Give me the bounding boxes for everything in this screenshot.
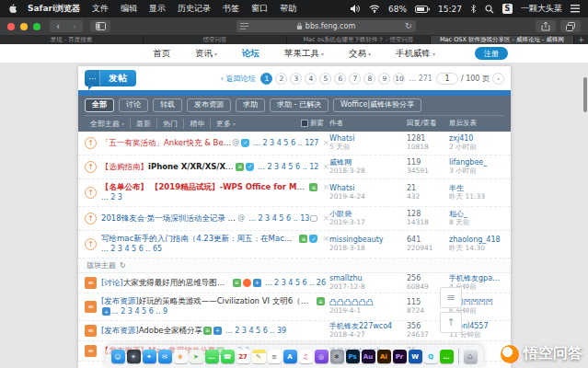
page-button[interactable]: 5 (319, 73, 331, 85)
dock-icon-itunes[interactable]: ♫ (299, 350, 313, 363)
filter-tab[interactable]: 全部 (85, 98, 114, 112)
last-poster-link[interactable]: zxj410 (449, 134, 504, 144)
post-menu-dots[interactable]: ⋯ (85, 70, 100, 86)
page-button[interactable]: 3 (290, 73, 302, 85)
back-button[interactable]: ‹ (50, 20, 66, 32)
sort-link[interactable]: 最新 (131, 119, 157, 129)
menu-clock[interactable]: 15:27 (438, 5, 462, 14)
filter-tab[interactable]: 发布资源 (187, 98, 231, 112)
new-window-checkbox[interactable]: 新窗 (301, 119, 324, 128)
page-button[interactable]: 1 (260, 73, 272, 85)
browser-tab[interactable]: Mac OSX 软件游戏分享区 - 威锋论坛 - 威锋网 (431, 35, 574, 44)
nav-item-首页[interactable]: 首页 (153, 48, 170, 60)
dock-icon-trash[interactable]: ♺ (464, 350, 478, 363)
nav-item-交易[interactable]: 交易▾ (349, 48, 371, 60)
back-to-top-widget[interactable]: ↑ (440, 312, 462, 333)
reload-icon[interactable]: ↻ (405, 21, 412, 30)
dock-icon-notes[interactable]: ✎ (252, 350, 266, 363)
filter-tab[interactable]: 求助 - 已解决 (270, 98, 329, 112)
notification-center-icon[interactable] (571, 5, 580, 13)
filter-tab[interactable]: 求助 (236, 98, 265, 112)
dock-icon-podcasts[interactable]: ◎ (315, 350, 329, 363)
dock-icon-facetime[interactable]: ☎ (221, 350, 235, 363)
dock-icon-finder[interactable]: ☺ (111, 350, 125, 363)
menu-item[interactable]: 文件 (92, 3, 109, 15)
close-icon[interactable]: × (318, 213, 329, 224)
thread-title-link[interactable]: 【选购指南】iPhone X/XR/XS/XS Max怎么选？看完你就知道了 (101, 162, 235, 172)
dock-icon-wechat[interactable]: … (440, 350, 454, 363)
menu-item[interactable]: Safari浏览器 (28, 3, 80, 15)
thread-page-links[interactable]: ... 2 3 4 5 6 .. 127 (253, 138, 318, 148)
author-link[interactable]: 威锋网 (329, 158, 407, 167)
dock-icon-messages[interactable]: … (205, 350, 219, 363)
close-icon[interactable]: × (318, 234, 329, 244)
dock-icon-audition[interactable]: Au (362, 350, 375, 363)
thread-title-link[interactable]: [发布资源]好玩的策略类游戏——Civilization VI 文明6（风云变幻… (101, 296, 316, 306)
refresh-icon[interactable]: ↻ (120, 261, 126, 270)
dock-icon-photoshop[interactable]: Ps (346, 350, 360, 363)
last-poster-link[interactable]: 半生 (449, 184, 504, 193)
sort-link[interactable]: 热门 (157, 119, 184, 129)
volume-icon[interactable] (351, 5, 361, 13)
dock-icon-safari[interactable]: ✦ (143, 350, 156, 363)
dock-icon-word[interactable]: W (409, 350, 422, 363)
thread-page-links[interactable]: ... 2 3 4 5 6 .. 65 (101, 244, 162, 254)
dock-icon-app-store[interactable]: A (283, 350, 297, 363)
forward-button[interactable]: › (66, 20, 83, 32)
filter-tab[interactable]: 讨论 (119, 98, 148, 112)
sort-link[interactable]: 精华 (184, 119, 211, 129)
zoom-window-button[interactable] (33, 23, 40, 30)
thread-page-links[interactable]: ... 2 3 4 5 6 .. 12 (258, 162, 318, 172)
last-poster-link[interactable]: 手机锋友gpa7mb5 (449, 274, 504, 283)
dock-icon-launchpad[interactable]: ✦ (127, 350, 141, 363)
thread-page-links[interactable]: ... 2 3 4 5 6 .. 13 (248, 213, 309, 224)
thread-page-links[interactable]: ... 2 3 (101, 192, 122, 202)
address-bar[interactable]: bbs.feng.com ↻ (236, 20, 416, 32)
author-link[interactable]: smallzhu (329, 274, 407, 283)
author-link[interactable]: missingbeauty (329, 236, 407, 245)
thread-page-links[interactable]: ... 2 3 4 5 6 .. 26 (265, 278, 326, 288)
filter-tab[interactable]: Woffice|威锋体验分享 (333, 98, 421, 112)
nav-item-苹果工具[interactable]: 苹果工具▾ (284, 48, 324, 60)
new-tab-button[interactable]: + (574, 35, 588, 44)
nav-item-手机威锋[interactable]: 手机威锋▾ (396, 48, 435, 60)
menu-item[interactable]: 书签 (223, 3, 239, 15)
tab-overview-button[interactable] (560, 20, 581, 32)
dock-icon-calendar[interactable]: 27 (236, 350, 250, 363)
dock-icon-premiere[interactable]: Pr (393, 350, 407, 363)
minimize-window-button[interactable] (20, 23, 28, 30)
dock-icon-mail[interactable]: ✉ (158, 350, 172, 363)
close-icon[interactable]: × (318, 162, 329, 172)
new-post-button[interactable]: ⋯ 发帖 (85, 70, 136, 86)
feedback-widget[interactable]: ≡ (440, 287, 462, 308)
search-icon[interactable] (485, 5, 494, 14)
sort-link[interactable]: 更多▾ (211, 119, 241, 129)
close-icon[interactable]: × (318, 182, 329, 192)
nav-item-论坛[interactable]: 论坛 (242, 48, 259, 60)
last-poster-link[interactable]: lifangbee_ (449, 158, 504, 167)
dock-icon-reminders[interactable]: ≡ (268, 350, 282, 363)
reader-icon[interactable] (240, 23, 248, 29)
thread-title-link[interactable]: [讨论]大家觉得最好用的思维导图工具是哪个？ (101, 278, 232, 288)
author-link[interactable]: 小眼袋 (329, 210, 407, 219)
thread-title-link[interactable]: 「五一有奖活动」Anker快充 & Belkin无线充免费送 (101, 138, 231, 148)
last-poster-link[interactable]: 粗心_ (449, 210, 504, 219)
menu-username[interactable]: 一颗大头菜 (521, 3, 562, 15)
page-button[interactable]: 9 (378, 73, 390, 85)
thread-title-link[interactable]: [发布资源]Adobe全家桶分享 (101, 326, 202, 336)
menu-item[interactable]: 历史记录 (178, 3, 211, 15)
last-poster-link[interactable]: zhaolong_418 (449, 236, 504, 245)
author-link[interactable]: Whatsi (329, 184, 407, 193)
menu-item[interactable]: 窗口 (251, 3, 268, 15)
dock-icon-system-preferences[interactable]: ✱ (330, 350, 344, 363)
page-ellipsis[interactable]: ... 271 (409, 75, 432, 83)
page-button[interactable]: 10 (393, 73, 405, 85)
close-icon[interactable]: × (318, 138, 329, 148)
next-page-button[interactable]: › (492, 73, 504, 85)
share-button[interactable] (536, 20, 556, 32)
page-button[interactable]: 7 (349, 73, 361, 85)
back-to-forum-link[interactable]: ‹ 返回论坛 (221, 74, 256, 84)
thread-title-link[interactable]: 【名单公布】 【2019精品试玩】-WPS Office for Mac试玩活动… (101, 182, 308, 192)
browser-tab[interactable]: Mac os系统在哪里下载软件？ - 悟空问答 (287, 35, 431, 44)
sort-link[interactable]: 全部主题▾ (85, 119, 131, 129)
